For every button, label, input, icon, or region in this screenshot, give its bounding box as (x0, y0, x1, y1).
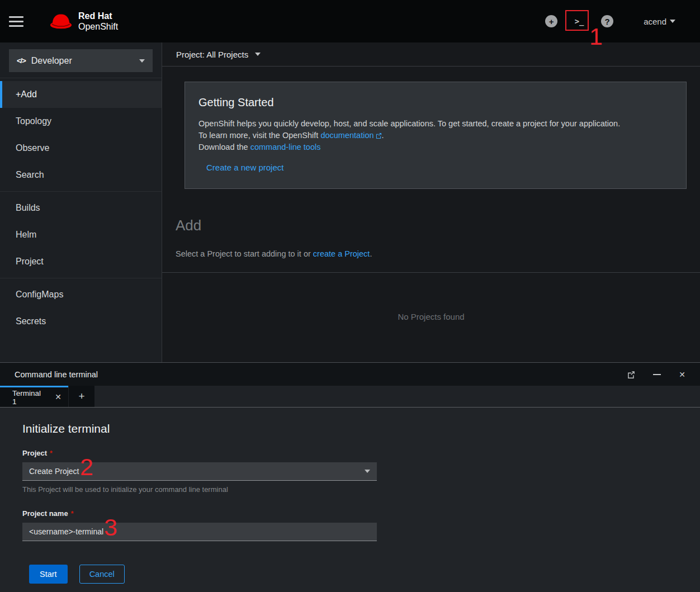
sidebar-item-helm[interactable]: Helm (0, 221, 162, 248)
annotation-step-1: 1 (589, 25, 603, 49)
getting-started-intro: OpenShift helps you quickly develop, hos… (198, 118, 673, 130)
sidebar-nav: +Add Topology Observe Search Builds Helm… (0, 78, 162, 338)
project-field-label: Project* (22, 449, 377, 457)
user-menu-button[interactable]: acend (644, 17, 675, 26)
create-new-project-link[interactable]: Create a new project (206, 163, 283, 172)
project-selector-label: Project: All Projects (176, 50, 248, 59)
sidebar-item-configmaps[interactable]: ConfigMaps (0, 281, 162, 308)
project-selector[interactable]: Project: All Projects (162, 42, 700, 67)
cancel-button[interactable]: Cancel (79, 565, 125, 584)
add-terminal-tab-button[interactable]: + (68, 386, 94, 407)
annotation-step-2: 2 (80, 455, 93, 479)
sidebar-item-builds[interactable]: Builds (0, 195, 162, 221)
chevron-down-icon (255, 53, 261, 56)
getting-started-panel: Getting Started OpenShift helps you quic… (185, 82, 687, 189)
annotation-step-3: 3 (104, 515, 117, 539)
brand-logo: Red Hat OpenShift (49, 11, 118, 32)
initialize-terminal-form: Project* Create Project This Project wil… (22, 449, 377, 584)
perspective-label: Developer (31, 56, 72, 66)
sidebar-item-project[interactable]: Project (0, 248, 162, 275)
chevron-down-icon (139, 59, 145, 63)
code-icon: </> (17, 56, 26, 65)
open-in-new-window-button[interactable] (627, 371, 635, 378)
getting-started-learn-line: To learn more, visit the OpenShift docum… (198, 130, 673, 141)
chevron-down-icon (670, 20, 675, 23)
empty-state-message: No Projects found (176, 273, 687, 361)
close-tab-button[interactable]: ✕ (55, 393, 62, 401)
quick-create-button[interactable]: + (544, 14, 559, 29)
sidebar-item-topology[interactable]: Topology (0, 108, 162, 135)
perspective-switcher[interactable]: </> Developer (9, 49, 153, 72)
chevron-down-icon (365, 470, 370, 473)
sidebar: </> Developer +Add Topology Observe Sear… (0, 42, 162, 362)
brand-line-2: OpenShift (78, 21, 118, 32)
sidebar-item-secrets[interactable]: Secrets (0, 308, 162, 335)
terminal-drawer-header: Command line terminal ✕ (0, 363, 700, 386)
close-icon: ✕ (55, 392, 62, 401)
project-select[interactable]: Create Project (22, 462, 377, 481)
page-title: Add (176, 217, 687, 234)
add-page-description: Select a Project to start adding to it o… (176, 249, 687, 258)
sidebar-item-observe[interactable]: Observe (0, 135, 162, 162)
project-name-input[interactable] (22, 523, 377, 541)
close-drawer-button[interactable]: ✕ (679, 371, 685, 378)
question-circle-icon: ? (601, 15, 613, 27)
sidebar-item-add[interactable]: +Add (0, 81, 162, 108)
terminal-tabs: Terminal 1 ✕ + (0, 386, 700, 408)
minimize-icon (653, 374, 661, 375)
start-button[interactable]: Start (29, 565, 68, 584)
required-marker: * (50, 449, 53, 457)
close-icon: ✕ (679, 371, 685, 378)
project-name-field-label: Project name* (22, 509, 377, 518)
plus-circle-icon: + (545, 15, 557, 27)
hamburger-icon (9, 16, 23, 18)
getting-started-title: Getting Started (198, 96, 673, 109)
annotation-highlight-box (565, 10, 589, 31)
external-link-icon (627, 371, 635, 378)
command-line-tools-link[interactable]: command-line tools (250, 143, 321, 151)
username: acend (644, 17, 666, 26)
initialize-terminal-heading: Initialize terminal (22, 422, 700, 435)
terminal-drawer-title: Command line terminal (15, 370, 98, 379)
brand-line-1: Red Hat (78, 11, 118, 21)
terminal-init-panel: Initialize terminal Project* Create Proj… (0, 408, 700, 592)
terminal-drawer: Command line terminal ✕ Terminal 1 ✕ + I… (0, 362, 700, 592)
create-a-project-link[interactable]: create a Project (313, 249, 370, 258)
terminal-tab-1[interactable]: Terminal 1 ✕ (0, 386, 68, 407)
external-link-icon (376, 132, 382, 139)
nav-toggle-button[interactable] (9, 10, 31, 32)
documentation-link[interactable]: documentation (320, 131, 381, 140)
project-field-helper-text: This Project will be used to initialize … (22, 485, 377, 494)
redhat-fedora-icon (49, 12, 73, 30)
sidebar-item-search[interactable]: Search (0, 162, 162, 188)
project-select-value: Create Project (29, 467, 79, 476)
main-content: Project: All Projects Getting Started Op… (162, 42, 700, 362)
terminal-tab-label: Terminal 1 (12, 389, 46, 406)
plus-icon: + (78, 390, 84, 402)
minimize-drawer-button[interactable] (653, 374, 661, 375)
getting-started-download-line: Download the command-line tools (198, 141, 673, 153)
required-marker: * (71, 510, 74, 518)
